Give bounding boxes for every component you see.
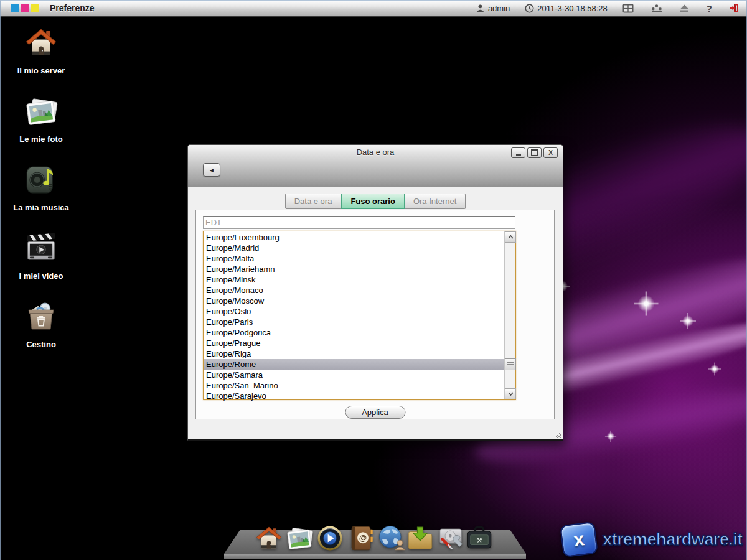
desktop-icon-my-music[interactable]: La mia musica bbox=[5, 162, 77, 212]
scrollbar[interactable] bbox=[504, 231, 515, 399]
timezone-list-item[interactable]: Europe/Paris bbox=[204, 317, 505, 327]
timezone-list-item[interactable]: Europe/Madrid bbox=[204, 243, 505, 253]
timezone-list-item-selected[interactable]: Europe/Rome bbox=[204, 359, 505, 370]
xtremehardware-logo-icon: x bbox=[560, 521, 598, 558]
desktop-icon-my-videos[interactable]: I miei video bbox=[5, 230, 77, 281]
dock-front-edge bbox=[224, 554, 526, 559]
timezone-list-item[interactable]: Europe/Luxembourg bbox=[204, 232, 505, 243]
desktop-icon-my-server[interactable]: Il mio server bbox=[5, 25, 77, 75]
sparkle bbox=[605, 431, 616, 442]
desktop-icon-label: Le mie foto bbox=[5, 134, 77, 144]
help-icon[interactable]: ? bbox=[707, 3, 712, 14]
photos-icon bbox=[23, 93, 59, 129]
timezone-list-item[interactable]: Europe/Riga bbox=[204, 348, 505, 359]
logout-icon[interactable] bbox=[730, 3, 740, 13]
clock-icon bbox=[525, 4, 534, 13]
timezone-list-item[interactable]: Europe/Malta bbox=[204, 253, 505, 264]
desktop-icon-label: Cestino bbox=[5, 340, 77, 349]
timezone-filter-input[interactable] bbox=[203, 216, 515, 229]
minimize-button[interactable] bbox=[511, 147, 525, 158]
timezone-list-item[interactable]: Europe/Oslo bbox=[204, 306, 505, 317]
dock-toolbox-icon[interactable] bbox=[464, 523, 494, 553]
sparkle bbox=[708, 363, 721, 376]
home-icon bbox=[23, 25, 59, 61]
eject-icon[interactable] bbox=[680, 4, 689, 12]
window-content: Data e ora Fuso orario Ora Internet Euro… bbox=[188, 187, 563, 439]
desktop-icon-label: La mia musica bbox=[5, 203, 77, 212]
timezone-list: Europe/Luxembourg Europe/Madrid Europe/M… bbox=[203, 231, 516, 400]
scroll-down-button[interactable] bbox=[505, 388, 516, 399]
desktop-icon-trash[interactable]: Cestino bbox=[5, 299, 77, 349]
apps-grid-icon[interactable] bbox=[622, 4, 634, 13]
timezone-panel: Europe/Luxembourg Europe/Madrid Europe/M… bbox=[195, 210, 555, 419]
timezone-list-item[interactable]: Europe/Mariehamn bbox=[204, 264, 505, 274]
trash-icon bbox=[23, 299, 59, 335]
date-time-window: Data e ora X ◄ Data e ora Fuso orario Or… bbox=[187, 144, 563, 441]
dock-home-icon[interactable] bbox=[254, 523, 284, 553]
window-title: Data e ora bbox=[188, 147, 563, 157]
window-header[interactable]: Data e ora X ◄ bbox=[188, 145, 563, 188]
dock-download-folder-icon[interactable] bbox=[405, 523, 435, 553]
tab-bar: Data e ora Fuso orario Ora Internet bbox=[188, 194, 563, 209]
desktop-icon-my-photos[interactable]: Le mie foto bbox=[5, 93, 77, 144]
menubar-datetime: 2011-3-30 18:58:28 bbox=[537, 4, 608, 13]
menubar: Preferenze admin 2011-3-30 18:58:28 ? bbox=[0, 0, 747, 17]
timezone-list-item[interactable]: Europe/Monaco bbox=[204, 285, 505, 296]
video-icon bbox=[23, 230, 59, 266]
timezone-list-item[interactable]: Europe/Samara bbox=[204, 370, 505, 380]
desktop-icon-label: I miei video bbox=[5, 271, 77, 281]
watermark: x xtremehardware.it bbox=[561, 523, 743, 556]
close-button[interactable]: X bbox=[543, 147, 558, 158]
timezone-list-item[interactable]: Europe/Prague bbox=[204, 338, 505, 348]
apply-button[interactable]: Applica bbox=[345, 406, 405, 419]
timezone-list-item[interactable]: Europe/Minsk bbox=[204, 274, 505, 285]
desktop-icon-label: Il mio server bbox=[5, 66, 77, 75]
music-icon bbox=[23, 162, 59, 198]
maximize-button[interactable] bbox=[527, 147, 542, 158]
sparkle bbox=[680, 313, 696, 329]
menubar-title: Preferenze bbox=[50, 3, 95, 13]
menubar-username[interactable]: admin bbox=[488, 4, 510, 13]
workgroup-icon[interactable] bbox=[651, 4, 662, 12]
tab-data-e-ora[interactable]: Data e ora bbox=[285, 194, 342, 209]
tab-fuso-orario[interactable]: Fuso orario bbox=[341, 194, 405, 209]
user-icon bbox=[476, 4, 485, 13]
watermark-text: xtremehardware.it bbox=[603, 530, 742, 549]
dock-media-player-icon[interactable] bbox=[315, 523, 345, 553]
tab-ora-internet[interactable]: Ora Internet bbox=[405, 194, 466, 209]
sparkle bbox=[634, 292, 659, 316]
timezone-list-item[interactable]: Europe/Sarajevo bbox=[204, 391, 505, 401]
timezone-list-item[interactable]: Europe/Moscow bbox=[204, 296, 505, 306]
dock-network-globe-icon[interactable] bbox=[377, 523, 406, 553]
dock-address-book-icon[interactable] bbox=[346, 523, 376, 553]
timezone-list-item[interactable]: Europe/Podgorica bbox=[204, 327, 505, 338]
scroll-up-button[interactable] bbox=[505, 231, 516, 243]
scrollbar-thumb[interactable] bbox=[505, 358, 516, 370]
dock-disk-utility-icon[interactable] bbox=[436, 523, 466, 553]
system-logo-icon bbox=[11, 4, 39, 12]
back-button[interactable]: ◄ bbox=[203, 163, 220, 177]
timezone-list-item[interactable]: Europe/San_Marino bbox=[204, 380, 505, 391]
resize-handle[interactable] bbox=[553, 430, 561, 438]
dock-photos-icon[interactable] bbox=[284, 523, 314, 553]
